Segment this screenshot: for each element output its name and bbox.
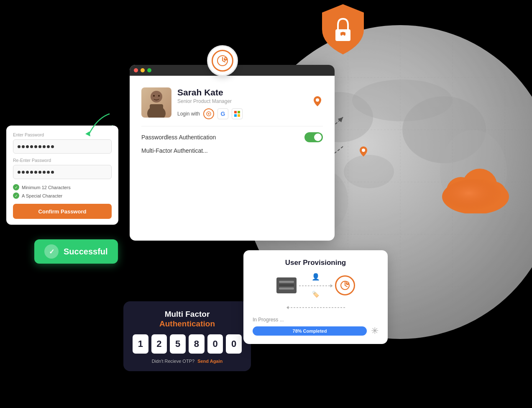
- otp-digit-6[interactable]: 0: [226, 334, 242, 354]
- profile-role: Senior Product Manager: [177, 98, 243, 104]
- location-pin-1: [314, 96, 321, 108]
- google-sso-button[interactable]: G: [217, 108, 228, 119]
- svg-point-19: [339, 35, 340, 36]
- svg-point-32: [362, 149, 365, 152]
- passwordless-toggle[interactable]: [304, 132, 323, 142]
- validation-text-2: A Special Character: [22, 193, 62, 198]
- svg-rect-39: [234, 111, 237, 113]
- location-pin-2: [360, 146, 367, 158]
- mfa-label: Multi-Factor Authenticat...: [141, 147, 208, 154]
- validation-text-1: Minimum 12 Characters: [22, 185, 71, 190]
- provisioning-card: User Provisioning 👤 🏷️: [243, 250, 388, 344]
- confirm-password-button[interactable]: Confirm Password: [13, 204, 112, 219]
- server-icon: [276, 277, 297, 293]
- check-icon-1: ✓: [13, 184, 19, 190]
- otp-digit-2[interactable]: 2: [151, 334, 167, 354]
- monitor-card: Sarah Kate Senior Product Manager Login …: [130, 65, 335, 241]
- provisioning-title: User Provisioning: [253, 259, 379, 267]
- mfa-resend-text: Didn't Recieve OTP? Send Again: [133, 359, 242, 364]
- otp-digit-4[interactable]: 8: [189, 334, 205, 354]
- svg-point-18: [342, 32, 344, 34]
- svg-rect-35: [150, 104, 163, 118]
- svg-point-21: [345, 35, 347, 36]
- svg-point-36: [153, 95, 155, 97]
- svg-point-37: [158, 95, 160, 97]
- avatar: [141, 87, 171, 118]
- login-with-label: Login with: [177, 111, 200, 117]
- app-logo: [207, 45, 238, 76]
- user-provision-icon: 👤: [312, 273, 320, 281]
- sso-icon[interactable]: [203, 108, 214, 119]
- green-arrow-connector: [76, 110, 118, 145]
- provisioning-logo: [335, 275, 355, 295]
- otp-digit-1[interactable]: 1: [133, 334, 148, 354]
- svg-point-31: [316, 98, 319, 102]
- otp-digit-5[interactable]: 0: [207, 334, 223, 354]
- reenter-password-label: Re-Enter Password: [13, 158, 112, 163]
- svg-point-30: [442, 179, 509, 213]
- success-check-icon: ✓: [44, 244, 59, 259]
- profile-name: Sarah Kate: [177, 87, 243, 98]
- loading-spinner: ✳: [371, 326, 379, 336]
- svg-point-4: [344, 155, 394, 188]
- svg-rect-40: [238, 111, 240, 113]
- otp-digit-3[interactable]: 5: [170, 334, 186, 354]
- svg-rect-42: [238, 114, 240, 117]
- progress-bar-container: 78% Completed: [253, 326, 367, 336]
- svg-point-33: [151, 91, 162, 103]
- mfa-subtitle: Authentication: [133, 319, 242, 328]
- svg-point-20: [342, 35, 344, 36]
- mfa-card: Multi Factor Authentication 1 2 5 8 0 0 …: [123, 301, 251, 371]
- otp-row: 1 2 5 8 0 0: [133, 334, 242, 354]
- svg-marker-47: [330, 284, 332, 287]
- check-icon-2: ✓: [13, 192, 19, 199]
- validation-list: ✓ Minimum 12 Characters ✓ A Special Char…: [13, 184, 112, 199]
- shield-icon: [318, 2, 368, 58]
- svg-marker-51: [286, 306, 289, 309]
- cloud-right-icon: [440, 163, 511, 215]
- validation-item-2: ✓ A Special Character: [13, 192, 112, 199]
- provisioning-flow: 👤 🏷️: [253, 273, 379, 298]
- mfa-resend-link[interactable]: Send Again: [197, 359, 223, 364]
- validation-item-1: ✓ Minimum 12 Characters: [13, 184, 112, 190]
- svg-rect-41: [234, 114, 237, 117]
- mfa-title: Multi Factor: [133, 310, 242, 319]
- success-text: Successful: [64, 247, 108, 257]
- tag-provision-icon: 🏷️: [312, 291, 319, 298]
- progress-text: 78% Completed: [293, 328, 327, 334]
- progress-label: In Progress ...: [253, 317, 379, 323]
- svg-marker-45: [85, 131, 90, 136]
- success-badge: ✓ Successful: [34, 239, 118, 264]
- reenter-password-input[interactable]: [13, 165, 112, 179]
- passwordless-auth-label: Passwordless Authentication: [141, 134, 216, 141]
- microsoft-sso-button[interactable]: [232, 108, 243, 119]
